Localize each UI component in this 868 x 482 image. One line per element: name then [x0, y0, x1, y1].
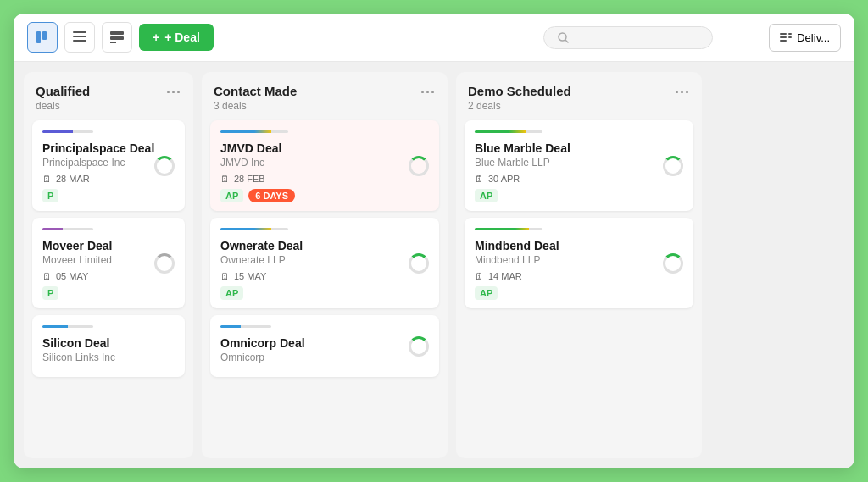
column-contact-made-header: Contact Made 3 deals ···	[202, 72, 448, 117]
card-jmvd-progress	[220, 130, 288, 133]
card-blue-marble-date: 🗓 30 APR	[475, 174, 683, 184]
column-contact-made-subtitle: 3 deals	[214, 100, 297, 112]
toolbar: + + Deal Deliv...	[14, 14, 854, 62]
card-jmvd-footer: AP 6 DAYS	[220, 189, 429, 202]
table-view-button[interactable]	[102, 22, 132, 53]
deliver-button[interactable]: Deliv...	[769, 24, 841, 52]
card-moveer-tag: P	[42, 286, 58, 300]
deliver-icon	[780, 31, 792, 43]
card-silicon: Silicon Deal Silicon Links Inc	[32, 315, 185, 377]
svg-rect-14	[788, 36, 792, 38]
svg-rect-10	[780, 33, 787, 35]
svg-rect-12	[780, 40, 787, 42]
card-blue-marble-progress	[475, 130, 542, 133]
search-icon	[558, 32, 569, 43]
card-mindbend-date: 🗓 14 MAR	[475, 271, 683, 281]
svg-rect-13	[788, 33, 792, 35]
card-principalspace-footer: P	[42, 189, 175, 202]
card-jmvd-title: JMVD Deal	[220, 141, 429, 155]
card-principalspace: Principalspace Deal Principalspace Inc 🗓…	[32, 120, 185, 211]
card-jmvd-days-badge: 6 DAYS	[248, 189, 295, 202]
column-qualified-header: Qualified deals ···	[24, 72, 193, 117]
add-deal-label: + Deal	[164, 30, 200, 44]
svg-rect-4	[73, 40, 86, 42]
card-mindbend-progress	[475, 228, 542, 230]
svg-rect-6	[110, 36, 124, 40]
deliver-label: Deliv...	[797, 31, 830, 44]
card-ownerate-spinner	[409, 253, 429, 274]
spinner-circle	[154, 253, 175, 274]
column-qualified-title-area: Qualified deals	[36, 84, 90, 112]
card-jmvd: JMVD Deal JMVD Inc 🗓 28 FEB AP 6 DAYS	[210, 120, 439, 211]
card-blue-marble: Blue Marble Deal Blue Marble LLP 🗓 30 AP…	[465, 120, 693, 211]
card-ownerate-tag: AP	[220, 286, 243, 300]
spinner-circle	[409, 253, 429, 274]
app-container: + + Deal Deliv...	[14, 14, 854, 468]
card-principalspace-spinner	[154, 156, 175, 176]
column-demo-scheduled-cards: Blue Marble Deal Blue Marble LLP 🗓 30 AP…	[456, 117, 702, 458]
card-ownerate-progress	[220, 228, 288, 230]
spinner-circle	[154, 156, 175, 176]
card-blue-marble-tag: AP	[475, 189, 498, 202]
card-silicon-title: Silicon Deal	[42, 336, 175, 350]
column-contact-made-cards: JMVD Deal JMVD Inc 🗓 28 FEB AP 6 DAYS	[202, 117, 448, 458]
toolbar-search-area	[495, 26, 763, 49]
card-jmvd-tag: AP	[220, 189, 243, 202]
column-demo-scheduled: Demo Scheduled 2 deals ··· Blue Marble D…	[456, 72, 702, 458]
card-omnicorp: Omnicorp Deal Omnicorp	[210, 315, 439, 377]
card-blue-marble-footer: AP	[475, 189, 683, 202]
card-omnicorp-progress	[220, 325, 271, 328]
card-ownerate-title: Ownerate Deal	[220, 239, 429, 252]
card-principalspace-tag: P	[42, 189, 58, 202]
card-blue-marble-spinner	[663, 156, 683, 176]
card-blue-marble-title: Blue Marble Deal	[475, 141, 683, 155]
card-ownerate-company: Ownerate LLP	[220, 254, 429, 266]
svg-rect-3	[73, 36, 86, 37]
card-principalspace-progress	[42, 130, 93, 133]
calendar-icon: 🗓	[42, 271, 52, 281]
card-mindbend-company: Mindbend LLP	[475, 254, 683, 266]
spinner-circle	[663, 253, 683, 274]
card-blue-marble-company: Blue Marble LLP	[475, 157, 683, 169]
column-qualified-subtitle: deals	[36, 100, 90, 112]
column-contact-made-title-area: Contact Made 3 deals	[214, 84, 297, 112]
column-demo-scheduled-menu[interactable]: ···	[675, 84, 690, 102]
list-view-button[interactable]	[64, 22, 95, 53]
calendar-icon: 🗓	[475, 174, 484, 184]
column-contact-made-title: Contact Made	[214, 84, 297, 98]
svg-rect-1	[42, 31, 47, 40]
card-omnicorp-company: Omnicorp	[220, 352, 429, 363]
card-moveer-progress	[42, 228, 93, 230]
search-bar[interactable]	[543, 26, 713, 49]
column-demo-scheduled-header: Demo Scheduled 2 deals ···	[456, 72, 702, 117]
card-silicon-company: Silicon Links Inc	[42, 352, 175, 363]
card-mindbend-tag: AP	[475, 286, 498, 300]
card-omnicorp-title: Omnicorp Deal	[220, 336, 429, 350]
card-mindbend-footer: AP	[475, 286, 683, 300]
kanban-view-button[interactable]	[27, 22, 58, 53]
card-principalspace-title: Principalspace Deal	[42, 141, 175, 155]
card-moveer-title: Moveer Deal	[42, 239, 175, 252]
calendar-icon: 🗓	[42, 174, 52, 184]
card-mindbend-title: Mindbend Deal	[475, 239, 683, 252]
column-qualified-menu[interactable]: ···	[166, 84, 181, 102]
card-jmvd-spinner	[409, 156, 429, 176]
add-deal-button[interactable]: + + Deal	[139, 24, 214, 51]
calendar-icon: 🗓	[220, 271, 230, 281]
svg-line-9	[565, 40, 568, 42]
card-mindbend-spinner	[663, 253, 683, 274]
svg-rect-7	[110, 42, 116, 43]
column-demo-scheduled-subtitle: 2 deals	[468, 100, 571, 112]
calendar-icon: 🗓	[220, 174, 230, 184]
card-moveer-spinner	[154, 253, 175, 274]
column-demo-scheduled-title: Demo Scheduled	[468, 84, 571, 98]
spinner-circle	[663, 156, 683, 176]
card-omnicorp-spinner	[409, 336, 429, 357]
svg-rect-0	[36, 31, 41, 43]
card-ownerate-footer: AP	[220, 286, 429, 300]
column-contact-made-menu[interactable]: ···	[420, 84, 436, 102]
card-jmvd-date: 🗓 28 FEB	[220, 174, 429, 184]
card-jmvd-company: JMVD Inc	[220, 157, 429, 169]
column-qualified: Qualified deals ··· Principalspace Deal …	[24, 72, 193, 458]
card-mindbend: Mindbend Deal Mindbend LLP 🗓 14 MAR AP	[465, 218, 693, 308]
